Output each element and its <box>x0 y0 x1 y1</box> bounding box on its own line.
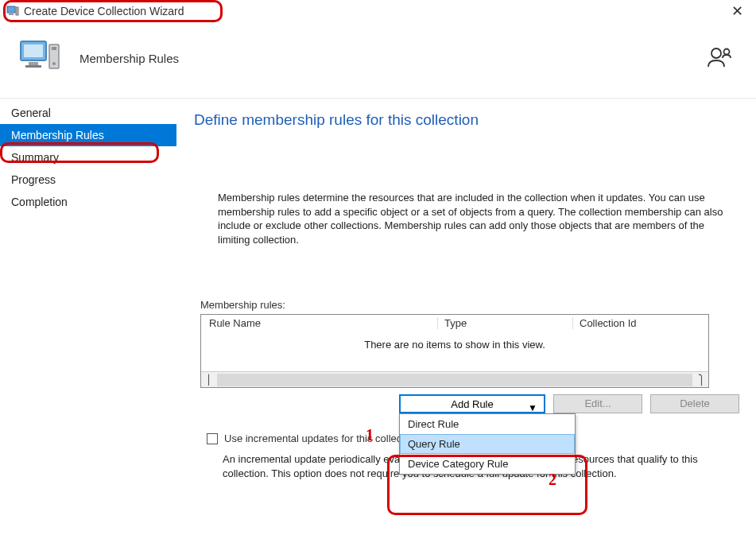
svg-point-10 <box>711 48 721 58</box>
svg-rect-1 <box>16 7 18 15</box>
dropdown-item-device-category-rule[interactable]: Device Category Rule <box>400 454 575 474</box>
svg-point-9 <box>52 62 56 65</box>
svg-rect-6 <box>25 65 41 68</box>
horizontal-scrollbar[interactable]: ⎪ ⎫ <box>201 371 708 387</box>
sidebar-item-completion[interactable]: Completion <box>0 191 176 213</box>
add-rule-button[interactable]: Add Rule ▼ <box>399 394 545 413</box>
incremental-updates-checkbox[interactable] <box>207 433 218 444</box>
svg-rect-8 <box>52 47 56 50</box>
main-description: Membership rules determine the resources… <box>218 191 727 246</box>
close-button[interactable]: ✕ <box>727 2 748 20</box>
svg-rect-5 <box>29 62 38 65</box>
svg-rect-4 <box>24 45 43 57</box>
wizard-sidebar: General Membership Rules Summary Progres… <box>0 99 176 532</box>
scroll-left-icon[interactable]: ⎪ <box>201 374 215 386</box>
sidebar-item-progress[interactable]: Progress <box>0 169 176 191</box>
page-title: Membership Rules <box>79 52 179 65</box>
rules-label: Membership rules: <box>200 299 756 311</box>
edit-button: Edit... <box>553 394 642 413</box>
svg-rect-0 <box>7 6 15 13</box>
sidebar-item-membership-rules[interactable]: Membership Rules <box>0 124 176 146</box>
sidebar-item-summary[interactable]: Summary <box>0 146 176 169</box>
app-icon <box>6 5 19 17</box>
users-header-icon <box>707 46 734 71</box>
dropdown-item-direct-rule[interactable]: Direct Rule <box>400 414 575 434</box>
delete-button: Delete <box>650 394 739 413</box>
scroll-right-icon[interactable]: ⎫ <box>694 374 708 386</box>
rules-grid: Rule Name Type Collection Id There are n… <box>200 314 709 388</box>
add-rule-label: Add Rule <box>451 398 493 410</box>
svg-point-11 <box>724 49 730 55</box>
incremental-updates-label: Use incremental updates for this collect… <box>224 432 418 444</box>
grid-empty-text: There are no items to show in this view. <box>201 332 708 371</box>
add-rule-dropdown: Direct Rule Query Rule Device Category R… <box>399 413 576 475</box>
scroll-track[interactable] <box>217 374 692 386</box>
sidebar-item-general[interactable]: General <box>0 102 176 124</box>
dropdown-item-query-rule[interactable]: Query Rule <box>400 434 575 454</box>
column-type[interactable]: Type <box>438 317 573 329</box>
svg-rect-2 <box>9 14 14 15</box>
window-title: Create Device Collection Wizard <box>24 5 184 17</box>
wizard-header-icon <box>17 38 62 79</box>
main-heading: Define membership rules for this collect… <box>194 111 756 129</box>
column-rule-name[interactable]: Rule Name <box>207 317 438 329</box>
column-collection-id[interactable]: Collection Id <box>573 317 708 329</box>
